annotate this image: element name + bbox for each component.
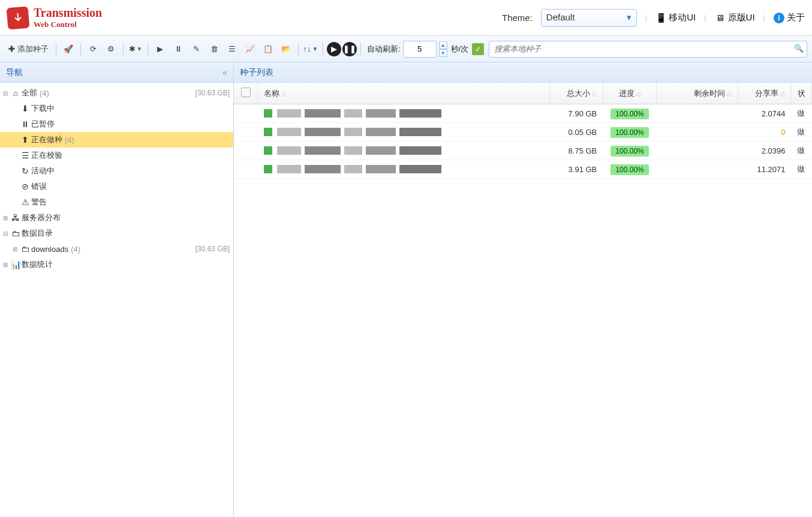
collapse-sidebar-button[interactable]: « xyxy=(222,68,227,77)
cell-remaining xyxy=(657,142,738,160)
home-icon: ⌂ xyxy=(10,88,22,98)
clipboard-icon: 📋 xyxy=(263,44,273,53)
folder-icon: 🗀 xyxy=(19,244,31,254)
expander-icon[interactable]: ⊟ xyxy=(1,230,10,237)
add-torrent-button[interactable]: ✚ 添加种子 xyxy=(5,41,52,58)
expander-icon[interactable]: ⊞ xyxy=(1,215,10,221)
nav-stats[interactable]: ⊞ 📊 数据统计 xyxy=(0,257,233,272)
app-subtitle: Web Control xyxy=(34,20,102,29)
status-square-icon xyxy=(264,109,272,118)
sidebar-header: 导航 « xyxy=(0,62,233,83)
main-panel: 种子列表 名称◇ 总大小◇ 进度◇ 剩余时间◇ 分享率◇ 状 xyxy=(234,62,812,517)
table-row[interactable]: 8.75 GB 100.00% 2.0396 做 xyxy=(234,142,812,160)
check-icon: ✓ xyxy=(475,45,481,53)
cell-remaining xyxy=(657,160,738,179)
chevron-down-icon: ▼ xyxy=(312,46,318,52)
cell-status: 做 xyxy=(791,104,811,123)
verify-icon: ☰ xyxy=(228,44,236,53)
auto-refresh-label: 自动刷新: xyxy=(367,44,401,55)
spinner-down-icon[interactable]: ▼ xyxy=(439,49,447,57)
col-name[interactable]: 名称◇ xyxy=(258,83,550,104)
refresh-interval-input[interactable] xyxy=(403,41,437,58)
chart-button[interactable]: 📈 xyxy=(242,41,258,58)
download-icon: ⬇ xyxy=(19,104,31,113)
puzzle-icon: ✱ xyxy=(129,44,136,53)
theme-select[interactable]: Default xyxy=(541,9,637,27)
nav-tree: ⊟ ⌂ 全部 (4) [30.63 GB] ⬇ 下载中 ⏸ 已暂停 ⬆ 正在做种… xyxy=(0,83,233,517)
recheck-button[interactable]: ☰ xyxy=(224,41,240,58)
settings-button[interactable]: ⚙ xyxy=(103,41,119,58)
cell-remaining xyxy=(657,104,738,123)
col-status[interactable]: 状 xyxy=(791,83,811,104)
sort-button[interactable]: ↑↓▼ xyxy=(302,41,319,58)
copy-button[interactable]: 📋 xyxy=(260,41,276,58)
original-ui-link[interactable]: 🖥 原版UI xyxy=(715,12,755,23)
search-icon[interactable]: 🔍 xyxy=(794,44,804,53)
status-square-icon xyxy=(264,146,272,155)
table-row[interactable]: 3.91 GB 100.00% 11.2071 做 xyxy=(234,160,812,179)
search-input[interactable] xyxy=(489,41,807,58)
plus-icon: ✚ xyxy=(8,44,15,53)
nav-active[interactable]: ↻ 活动中 xyxy=(0,163,233,179)
activity-icon: ↻ xyxy=(19,166,31,176)
nav-servers[interactable]: ⊞ 🖧 服务器分布 xyxy=(0,210,233,226)
sort-icon: ↑↓ xyxy=(303,44,311,53)
mobile-ui-link[interactable]: 📱 移动UI xyxy=(655,12,696,23)
select-all-checkbox[interactable] xyxy=(241,88,251,97)
nav-paused[interactable]: ⏸ 已暂停 xyxy=(0,116,233,132)
nav-error[interactable]: ⊘ 错误 xyxy=(0,179,233,194)
col-remaining[interactable]: 剩余时间◇ xyxy=(657,83,738,104)
start-button[interactable]: 🚀 xyxy=(60,41,77,58)
table-row[interactable]: 7.90 GB 100.00% 2.0744 做 xyxy=(234,104,812,123)
progress-badge: 100.00% xyxy=(610,127,648,138)
play-button[interactable]: ▶ xyxy=(152,41,169,58)
refresh-toggle[interactable]: ✓ xyxy=(472,43,484,55)
col-ratio[interactable]: 分享率◇ xyxy=(738,83,792,104)
gear-icon: ⚙ xyxy=(107,44,115,53)
table-row[interactable]: 0.05 GB 100.00% 0 做 xyxy=(234,123,812,142)
reload-button[interactable]: ⟳ xyxy=(85,41,101,58)
trash-icon: 🗑 xyxy=(210,44,218,53)
col-checkbox[interactable] xyxy=(234,83,258,104)
pause-button[interactable]: ⏸ xyxy=(170,41,187,58)
move-button[interactable]: 📂 xyxy=(278,41,294,58)
delete-button[interactable]: 🗑 xyxy=(206,41,222,58)
nav-checking[interactable]: ☰ 正在校验 xyxy=(0,148,233,163)
nav-data-dir[interactable]: ⊟ 🗀 数据目录 xyxy=(0,226,233,241)
blurred-name xyxy=(277,109,441,118)
nav-all[interactable]: ⊟ ⌂ 全部 (4) [30.63 GB] xyxy=(0,85,233,101)
pencil-icon: ✎ xyxy=(193,44,200,53)
sort-icon: ◇ xyxy=(727,91,732,97)
status-square-icon xyxy=(264,128,272,136)
desktop-icon: 🖥 xyxy=(715,13,726,23)
start-all-button[interactable]: ▶ xyxy=(327,42,341,56)
progress-badge: 100.00% xyxy=(610,146,648,157)
expander-icon[interactable]: ⊟ xyxy=(1,90,10,97)
cell-size: 3.91 GB xyxy=(550,160,603,179)
nav-downloads-folder[interactable]: ⊞ 🗀 downloads (4) [30.63 GB] xyxy=(0,241,233,257)
col-progress[interactable]: 进度◇ xyxy=(603,83,657,104)
torrent-name-cell xyxy=(264,165,544,173)
status-square-icon xyxy=(264,165,272,173)
cell-ratio: 11.2071 xyxy=(738,160,792,179)
refresh-unit-label: 秒/次 xyxy=(451,44,469,55)
plugins-button[interactable]: ✱▼ xyxy=(127,41,144,58)
server-icon: 🖧 xyxy=(10,213,22,223)
expander-icon[interactable]: ⊞ xyxy=(1,261,10,268)
app-icon xyxy=(6,6,29,29)
about-link[interactable]: i 关于 xyxy=(774,12,805,23)
sort-icon: ◇ xyxy=(281,91,286,97)
blurred-name xyxy=(277,165,441,173)
edit-button[interactable]: ✎ xyxy=(188,41,204,58)
sidebar-title: 导航 xyxy=(6,67,23,78)
refresh-spinner[interactable]: ▲▼ xyxy=(439,41,447,57)
blurred-name xyxy=(277,146,441,155)
col-size[interactable]: 总大小◇ xyxy=(550,83,603,104)
nav-warning[interactable]: ⚠ 警告 xyxy=(0,194,233,210)
pause-all-button[interactable]: ❚❚ xyxy=(342,42,357,56)
spinner-up-icon[interactable]: ▲ xyxy=(439,41,447,49)
nav-downloading[interactable]: ⬇ 下载中 xyxy=(0,101,233,116)
expander-icon[interactable]: ⊞ xyxy=(11,246,19,253)
app-title: Transmission xyxy=(34,6,102,20)
nav-seeding[interactable]: ⬆ 正在做种 (4) xyxy=(0,132,233,148)
